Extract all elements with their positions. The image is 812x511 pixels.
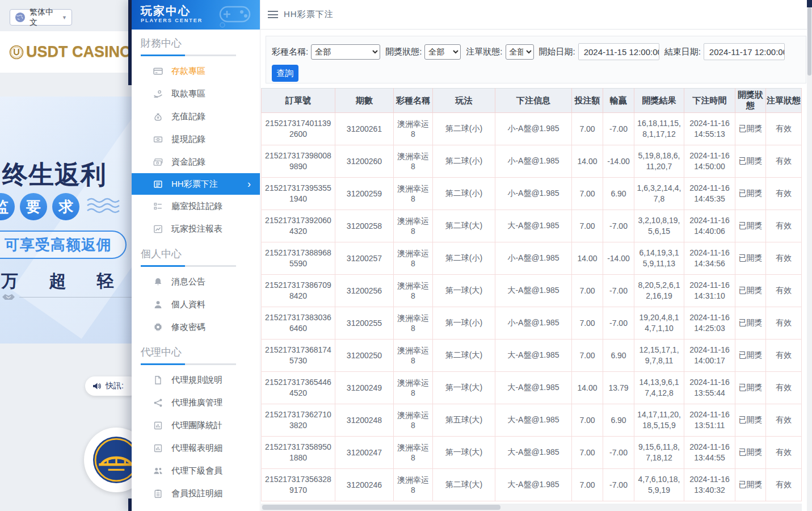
search-button[interactable]: 查詢 — [272, 65, 298, 82]
table-cell: 14.00 — [572, 372, 603, 404]
lottery-name-select[interactable]: 全部 — [311, 44, 380, 60]
sidebar-item[interactable]: HH彩票下注› — [132, 173, 260, 195]
start-date-input[interactable] — [578, 43, 659, 60]
table-cell: 第二球(小) — [433, 242, 495, 275]
top-bar: 繁体中文 ▼ — [0, 0, 132, 31]
share-icon — [153, 398, 163, 408]
table-cell: 31200255 — [335, 307, 394, 340]
hall-list-icon — [153, 202, 163, 211]
table-cell: 小-A盤@1.985 — [495, 242, 572, 275]
table-cell: 7.00 — [572, 340, 603, 372]
withdraw-hand-icon — [153, 89, 163, 99]
section-underline — [141, 265, 251, 267]
vertical-scrollbar[interactable] — [807, 0, 812, 511]
table-cell: 澳洲幸运8 — [394, 340, 433, 372]
vertical-scrollbar-thumb[interactable] — [807, 7, 811, 76]
filter-panel: 彩種名稱: 全部 開獎狀態: 全部 注單狀態: 全部 開始日期: 結束日期: 查… — [266, 36, 806, 83]
table-cell: 31200257 — [335, 242, 394, 275]
table-cell: 7.00 — [572, 437, 603, 469]
order-status-select[interactable]: 全部 — [506, 44, 534, 60]
section-underline — [141, 55, 251, 56]
banner-badges: 监要求 — [0, 193, 79, 220]
table-cell: 31200256 — [335, 275, 394, 307]
bets-table: 訂單號期數彩種名稱玩法下注信息投注額輸贏開獎結果下注時間開獎狀態注單狀態 215… — [261, 88, 802, 501]
sidebar-section-title: 代理中心 — [141, 345, 251, 359]
table-cell: 第二球(大) — [433, 469, 495, 501]
sidebar-item[interactable]: 提現記錄 — [132, 128, 260, 150]
sidebar-item-label: 提現記錄 — [171, 134, 205, 145]
news-ticker[interactable]: 快訊: — [85, 376, 139, 396]
logo-text: USDT CASINO — [26, 43, 132, 61]
table-cell: 31200246 — [335, 469, 394, 501]
table-body: 215217317401139260031200261澳洲幸运8第二球(小)小-… — [262, 113, 802, 501]
globe-icon — [15, 12, 26, 23]
sidebar-item[interactable]: 修改密碼 — [132, 316, 260, 338]
horizontal-scrollbar-thumb[interactable] — [262, 505, 500, 510]
sidebar-item[interactable]: 代理規則說明 — [132, 368, 260, 391]
sidebar-item[interactable]: 代理推廣管理 — [132, 391, 260, 414]
table-cell: 31200249 — [335, 372, 394, 404]
sidebar-item-label: HH彩票下注 — [171, 179, 218, 190]
table-cell: 已開獎 — [735, 404, 766, 437]
sidebar-section: 財務中心存款專區取款專區充值記錄提現記錄資金記錄HH彩票下注›廳室投註記錄玩家投… — [132, 36, 260, 240]
table-cell: 已開獎 — [735, 113, 766, 145]
table-cell: 31200250 — [335, 340, 394, 372]
table-cell: 2152173173867098420 — [262, 275, 335, 307]
main-content: HH彩票下注 彩種名稱: 全部 開獎狀態: 全部 注單狀態: 全部 開始日期: … — [260, 0, 812, 511]
table-cell: 2024-11-16 13:40:32 — [684, 469, 735, 501]
sidebar-item[interactable]: 個人資料 — [132, 293, 260, 316]
sidebar-item[interactable]: 代理團隊統計 — [132, 414, 260, 437]
sidebar-item[interactable]: 資金記錄 — [132, 150, 260, 173]
table-cell: 2024-11-16 14:34:56 — [684, 242, 735, 275]
table-cell: 7.00 — [572, 113, 603, 145]
table-cell: 有效 — [766, 242, 802, 275]
table-cell: 澳洲幸运8 — [394, 404, 433, 437]
sidebar-item[interactable]: 玩家投注報表 — [132, 217, 260, 240]
sidebar-item-label: 充值記錄 — [171, 111, 205, 122]
end-date-input[interactable] — [704, 43, 785, 60]
sidebar-item[interactable]: 廳室投註記錄 — [132, 195, 260, 217]
table-cell: 2024-11-16 13:51:11 — [684, 404, 735, 437]
column-header: 投注額 — [572, 89, 603, 113]
person-icon — [153, 300, 163, 309]
table-cell: 澳洲幸运8 — [394, 210, 433, 242]
bell-icon — [153, 277, 163, 287]
table-cell: 大-A盤@1.985 — [495, 437, 572, 469]
table-cell: 19,20,4,8,14,7,1,10 — [634, 307, 684, 340]
draw-status-select[interactable]: 全部 — [424, 44, 461, 60]
sidebar-item[interactable]: 消息公告 — [132, 270, 260, 293]
table-cell: 9,15,6,11,8,7,18,12 — [634, 437, 684, 469]
banknotes-icon — [153, 157, 163, 167]
chevron-right-icon: › — [247, 179, 251, 189]
table-cell: -7.00 — [603, 437, 634, 469]
table-cell: 14.00 — [572, 242, 603, 275]
sidebar-item-label: 代理規則說明 — [171, 375, 222, 386]
sidebar-item-label: 消息公告 — [171, 277, 205, 287]
table-cell: 第一球(小) — [433, 307, 495, 340]
menu-icon[interactable] — [268, 11, 278, 18]
sidebar-item[interactable]: 會員投註明細 — [132, 482, 260, 505]
table-cell: -7.00 — [603, 113, 634, 145]
main-header: HH彩票下注 — [260, 0, 812, 30]
sidebar-item[interactable]: 充值記錄 — [132, 105, 260, 128]
table-cell: 6.90 — [603, 404, 634, 437]
sidebar-item[interactable]: 取款專區 — [132, 82, 260, 105]
sidebar: 玩家中心 PLAYERS CENTER 財務中心存款專區取款專區充值記錄提現記錄… — [132, 0, 260, 511]
horizontal-scrollbar[interactable] — [261, 504, 802, 511]
language-selector[interactable]: 繁体中文 ▼ — [10, 9, 72, 26]
table-cell: 6,14,19,3,15,9,11,13 — [634, 242, 684, 275]
sidebar-item[interactable]: 存款專區 — [132, 60, 260, 82]
table-row: 215217317392060432031200258澳洲幸运8第二球(大)大-… — [262, 210, 802, 242]
members-icon — [153, 466, 163, 476]
table-cell: 有效 — [766, 404, 802, 437]
table-cell: 2024-11-16 14:45:35 — [684, 178, 735, 210]
table-cell: 有效 — [766, 372, 802, 404]
table-cell: 澳洲幸运8 — [394, 113, 433, 145]
sidebar-item[interactable]: 代理下級會員 — [132, 459, 260, 482]
sidebar-item-label: 會員投註明細 — [171, 488, 222, 499]
table-cell: 第一球(大) — [433, 275, 495, 307]
sidebar-item-label: 代理團隊統計 — [171, 420, 222, 431]
section-underline — [141, 363, 251, 365]
sidebar-item[interactable]: 代理報表明細 — [132, 437, 260, 459]
table-cell: 13.79 — [603, 372, 634, 404]
